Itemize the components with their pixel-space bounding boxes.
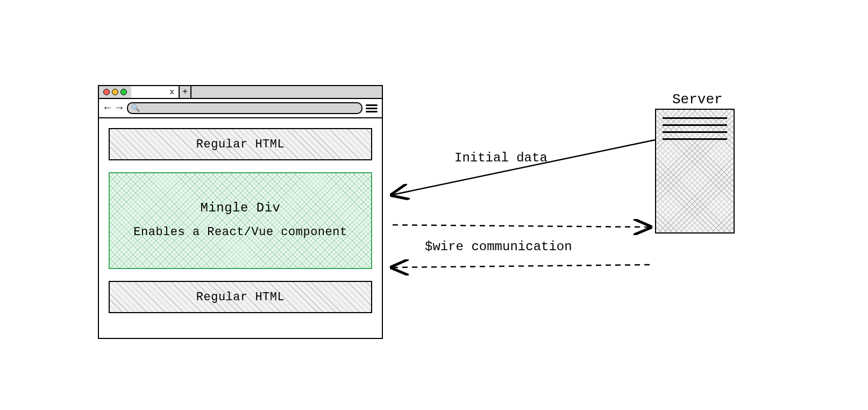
search-icon: 🔍 xyxy=(131,104,140,112)
server-line-icon xyxy=(663,131,727,133)
plus-icon: + xyxy=(182,87,188,97)
maximize-window-icon xyxy=(120,89,127,95)
mingle-description: Enables a React/Vue component xyxy=(115,225,366,241)
server-line-icon xyxy=(663,138,727,140)
arrow-wire-to-server xyxy=(393,225,650,227)
regular-html-label: Regular HTML xyxy=(196,291,284,304)
wire-communication-label: $wire communication xyxy=(425,239,572,254)
regular-html-block-bottom: Regular HTML xyxy=(109,281,372,313)
arrow-wire-to-browser xyxy=(393,265,650,267)
server-line-icon xyxy=(663,117,727,119)
diagram-canvas: x + ← → 🔍 Regular HTML Mingle Div Enable… xyxy=(0,0,868,410)
browser-tabbar: x + xyxy=(99,86,382,99)
arrow-initial-data xyxy=(393,140,655,195)
server-label: Server xyxy=(672,91,723,108)
close-window-icon xyxy=(103,89,110,95)
browser-toolbar: ← → 🔍 xyxy=(99,99,382,118)
new-tab-button: + xyxy=(180,86,191,98)
browser-tab: x xyxy=(131,86,180,98)
hamburger-icon xyxy=(366,104,378,112)
server-box xyxy=(655,109,735,234)
regular-html-label: Regular HTML xyxy=(196,138,284,151)
mingle-title: Mingle Div xyxy=(115,201,366,215)
server-line-icon xyxy=(663,124,727,126)
close-tab-icon: x xyxy=(170,88,174,96)
back-icon: ← xyxy=(103,103,112,114)
browser-viewport: Regular HTML Mingle Div Enables a React/… xyxy=(99,118,382,323)
traffic-lights xyxy=(99,89,131,95)
minimize-window-icon xyxy=(112,89,118,95)
regular-html-block-top: Regular HTML xyxy=(109,128,372,160)
mingle-div-block: Mingle Div Enables a React/Vue component xyxy=(109,172,372,269)
browser-window: x + ← → 🔍 Regular HTML Mingle Div Enable… xyxy=(98,85,383,339)
forward-icon: → xyxy=(115,103,124,114)
initial-data-label: Initial data xyxy=(454,151,547,165)
url-bar: 🔍 xyxy=(127,102,362,114)
